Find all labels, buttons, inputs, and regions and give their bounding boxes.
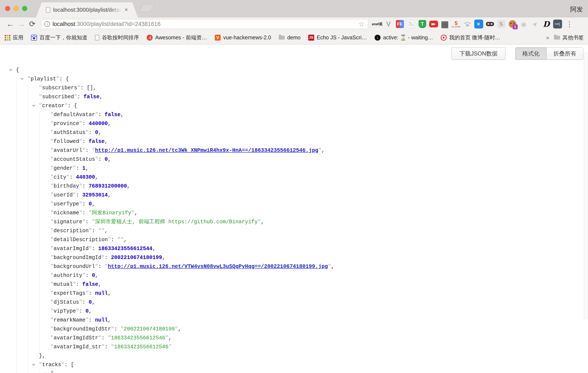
json-line: "backgroundUrl": "http://p1.music.126.ne… bbox=[0, 262, 582, 271]
tab-close-icon[interactable]: × bbox=[125, 7, 128, 13]
indent-guide bbox=[39, 209, 40, 218]
format-button[interactable]: 格式化 bbox=[515, 48, 546, 60]
indent-guide bbox=[16, 128, 17, 137]
indent-guide bbox=[28, 137, 28, 146]
bookmarks-overflow-icon[interactable]: » bbox=[546, 34, 549, 41]
indent-guide bbox=[39, 218, 40, 226]
collapse-toggle-icon[interactable] bbox=[20, 78, 24, 80]
bookmark-item[interactable]: AAwesomes - 前端资… bbox=[147, 34, 207, 41]
browser-tab[interactable]: localhost:3000/playlist/detail?i × bbox=[36, 2, 138, 17]
bookmark-item[interactable]: 谷歌按时间排序 bbox=[95, 34, 139, 41]
indent-guide bbox=[16, 226, 17, 235]
indent-guide bbox=[16, 253, 17, 262]
indent-guide bbox=[28, 164, 28, 173]
collapse-toggle-icon[interactable] bbox=[9, 69, 12, 72]
json-line: { bbox=[0, 369, 582, 373]
indent-guide bbox=[16, 316, 17, 325]
indent-guide bbox=[16, 369, 17, 373]
bookmarks-bar: 应用百度一下，你就知道谷歌按时间排序AAwesomes - 前端资…Vvue-h… bbox=[0, 31, 588, 44]
zoom-window-button[interactable] bbox=[22, 6, 27, 11]
vue-devtools-icon[interactable]: V bbox=[383, 19, 394, 30]
bookmark-item[interactable]: JSEcho JS - JavaScri… bbox=[308, 34, 367, 41]
page-content: 下载JSON数据 格式化 折叠所有 {"playlist": {"subscri… bbox=[0, 44, 588, 373]
json-url-link[interactable]: http://p1.music.126.net/tc3Wk_XNPmwiR4hx… bbox=[95, 147, 318, 154]
indent-guide bbox=[28, 200, 28, 209]
indent-guide bbox=[39, 253, 40, 262]
other-bookmarks[interactable]: 其他书签 bbox=[554, 34, 584, 41]
indent-guide bbox=[28, 84, 28, 93]
close-window-button[interactable] bbox=[5, 6, 10, 11]
reload-icon[interactable]: ⟳ bbox=[27, 20, 38, 29]
indent-guide bbox=[28, 155, 28, 164]
indent-guide bbox=[16, 352, 17, 361]
qr-code-icon[interactable]: ▦ bbox=[439, 19, 451, 30]
json-line: "djStatus": 0, bbox=[0, 298, 582, 307]
apps-grid-icon bbox=[4, 35, 10, 41]
download-json-button[interactable]: 下载JSON数据 bbox=[452, 47, 505, 60]
indent-guide bbox=[28, 110, 28, 119]
bookmark-label: Awesomes - 前端资… bbox=[155, 34, 207, 41]
password-dots-icon[interactable]: •••| bbox=[552, 19, 563, 30]
bookmark-item[interactable]: ↓active: ⌛ - waiting… bbox=[375, 34, 433, 41]
json-line: "authority": 0, bbox=[0, 271, 582, 280]
indent-guide bbox=[28, 226, 28, 235]
bookmark-label: 百度一下，你就知道 bbox=[40, 34, 87, 41]
indent-guide bbox=[28, 280, 28, 289]
indent-guide bbox=[28, 128, 28, 137]
fe-icon[interactable]: FE bbox=[394, 19, 405, 30]
json-line: "province": 440000, bbox=[0, 119, 582, 128]
json-line: "avatarImgId_str": "18633423556612546" bbox=[0, 343, 582, 352]
s-icon[interactable]: S bbox=[495, 19, 507, 30]
json-line: "signature": "深圳市爱猫人士, 前端工程师 https://git… bbox=[0, 218, 582, 226]
collapse-toggle-icon[interactable] bbox=[32, 364, 35, 366]
indent-guide bbox=[16, 298, 17, 307]
indent-guide bbox=[28, 262, 28, 271]
page-info-icon[interactable]: i bbox=[44, 21, 50, 27]
bookmark-star-icon[interactable]: ☆ bbox=[358, 20, 365, 28]
mask-icon[interactable] bbox=[484, 19, 495, 30]
indent-guide bbox=[39, 289, 40, 298]
bookmark-item[interactable]: 应用 bbox=[4, 34, 23, 41]
bookmark-item[interactable]: 我的首页 微博-随时… bbox=[441, 34, 500, 41]
collapse-all-button[interactable]: 折叠所有 bbox=[546, 48, 583, 60]
indent-guide bbox=[39, 271, 40, 280]
json-line: "avatarImgIdStr": "18633423556612546", bbox=[0, 334, 582, 343]
json-line: "tracks": [ bbox=[0, 361, 582, 369]
forward-icon[interactable]: → bbox=[16, 20, 27, 29]
profile-name[interactable]: 阿发 bbox=[570, 5, 583, 14]
indent-guide bbox=[16, 209, 17, 218]
tab-title: localhost:3000/playlist/detail?i bbox=[53, 7, 122, 13]
indent-guide bbox=[16, 334, 17, 343]
paw-icon[interactable] bbox=[462, 19, 473, 30]
indent-guide bbox=[28, 316, 28, 325]
indent-guide bbox=[39, 173, 40, 182]
tampermonkey-icon[interactable]: 1 bbox=[507, 19, 518, 30]
page-icon bbox=[95, 35, 99, 40]
json-line: "avatarUrl": "http://p1.music.126.net/tc… bbox=[0, 146, 582, 155]
minimize-window-button[interactable] bbox=[14, 6, 19, 11]
collapse-toggle-icon[interactable] bbox=[32, 105, 35, 107]
indent-guide bbox=[16, 164, 17, 173]
bookmark-item[interactable]: 百度一下，你就知道 bbox=[31, 34, 87, 41]
back-icon[interactable]: ← bbox=[5, 20, 16, 29]
scrollbar-thumb[interactable] bbox=[584, 53, 587, 320]
url-bar[interactable]: i localhost :3000/playlist/detail?id=243… bbox=[41, 19, 368, 29]
json-line: "city": 440300, bbox=[0, 173, 582, 182]
shield-t-icon[interactable]: T bbox=[417, 19, 428, 30]
json-url-link[interactable]: http://p1.music.126.net/VTW4vsN08vwL3uSQ… bbox=[108, 264, 328, 270]
bookmark-item[interactable]: Vvue-hackernews-2.0 bbox=[215, 34, 271, 41]
indent-guide bbox=[16, 271, 17, 280]
fast-forward-icon[interactable]: ▶▶ bbox=[428, 19, 439, 30]
indent-guide bbox=[16, 361, 17, 369]
sitemap-icon[interactable]: ⌥ bbox=[405, 19, 417, 30]
html5-player-icon[interactable]: 5PLAYER bbox=[451, 19, 462, 30]
new-tab-button[interactable] bbox=[139, 4, 155, 12]
translate-icon[interactable]: en⇄英 bbox=[372, 19, 383, 30]
bookmark-item[interactable]: demo bbox=[279, 34, 301, 41]
blue-download-icon[interactable]: » bbox=[473, 19, 484, 30]
bird-icon[interactable]: ➤ bbox=[529, 19, 541, 30]
browser-menu-icon[interactable]: ⋮ bbox=[565, 20, 574, 28]
bookmark-label: 应用 bbox=[13, 34, 23, 41]
weibo-gray-icon[interactable]: ◉ bbox=[518, 19, 529, 30]
d-icon[interactable]: D bbox=[541, 19, 552, 30]
